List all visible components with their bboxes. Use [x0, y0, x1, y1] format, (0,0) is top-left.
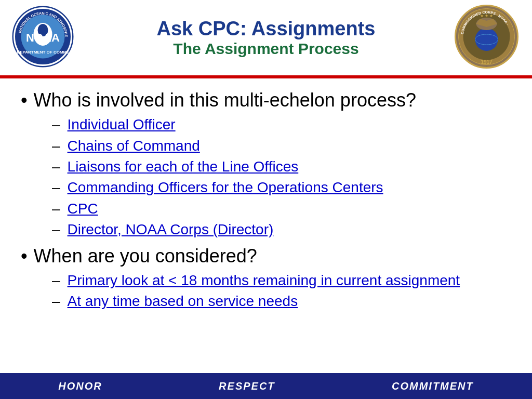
corps-logo: ★ ★ ★ COMMISSIONED CORPS · NOAA · 1917 [454, 4, 522, 72]
dash-icon: – [52, 220, 60, 239]
link-commanding-officers[interactable]: Commanding Officers for the Operations C… [68, 178, 383, 197]
list-item: – Primary look at < 18 months remaining … [52, 271, 511, 290]
footer: HONOR RESPECT COMMITMENT [0, 373, 532, 399]
dash-icon: – [52, 271, 60, 290]
link-chains-of-command[interactable]: Chains of Command [68, 137, 200, 155]
list-item: – Chains of Command [52, 137, 511, 155]
bullet-dot-2: • [21, 245, 28, 267]
footer-honor: HONOR [58, 380, 102, 392]
bullet-section-1: • Who is involved in this multi-echelon … [21, 89, 511, 240]
header-main-title: Ask CPC: Assignments [78, 18, 454, 40]
link-director[interactable]: Director, NOAA Corps (Director) [68, 220, 274, 239]
header-titles: Ask CPC: Assignments The Assignment Proc… [78, 18, 454, 58]
dash-icon: – [52, 178, 60, 197]
list-item: – Liaisons for each of the Line Offices [52, 157, 511, 176]
noaa-logo: NATIONAL OCEANIC AND ATMOSPHERIC ADMINIS… [10, 4, 78, 72]
link-primary-look[interactable]: Primary look at < 18 months remaining in… [68, 271, 460, 290]
link-liaisons[interactable]: Liaisons for each of the Line Offices [68, 157, 299, 176]
footer-respect: RESPECT [219, 380, 275, 392]
footer-commitment: COMMITMENT [392, 380, 474, 392]
svg-text:NOAA: NOAA [26, 31, 60, 44]
dash-icon: – [52, 200, 60, 218]
bullet-text-1: Who is involved in this multi-echelon pr… [34, 89, 416, 111]
list-item: – At any time based on service needs [52, 292, 511, 311]
sub-list-1: – Individual Officer – Chains of Command… [52, 115, 511, 239]
dash-icon: – [52, 292, 60, 311]
bullet-section-2: • When are you considered? – Primary loo… [21, 245, 511, 311]
header: NATIONAL OCEANIC AND ATMOSPHERIC ADMINIS… [0, 0, 532, 75]
bullet-dot-1: • [21, 89, 28, 111]
sub-list-2: – Primary look at < 18 months remaining … [52, 271, 511, 311]
list-item: – Director, NOAA Corps (Director) [52, 220, 511, 239]
main-content: • Who is involved in this multi-echelon … [0, 78, 532, 322]
bullet-text-2: When are you considered? [34, 245, 257, 267]
header-sub-title: The Assignment Process [78, 40, 454, 58]
link-cpc[interactable]: CPC [68, 200, 98, 218]
list-item: – Commanding Officers for the Operations… [52, 178, 511, 197]
dash-icon: – [52, 115, 60, 134]
bullet-main-1: • Who is involved in this multi-echelon … [21, 89, 511, 111]
dash-icon: – [52, 137, 60, 155]
svg-text:U.S. DEPARTMENT OF COMMERCE: U.S. DEPARTMENT OF COMMERCE [10, 50, 75, 55]
link-any-time[interactable]: At any time based on service needs [68, 292, 298, 311]
svg-point-11 [475, 28, 498, 51]
bullet-main-2: • When are you considered? [21, 245, 511, 267]
dash-icon: – [52, 157, 60, 176]
link-individual-officer[interactable]: Individual Officer [68, 115, 176, 134]
list-item: – Individual Officer [52, 115, 511, 134]
list-item: – CPC [52, 200, 511, 218]
svg-text:1917: 1917 [481, 59, 493, 65]
